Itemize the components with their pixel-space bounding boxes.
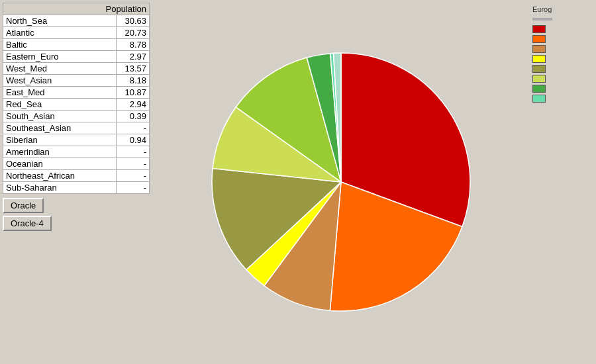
legend-panel: Eurog [530,0,596,364]
legend-color-box [532,45,546,53]
table-cell-label: Atlantic [3,27,117,39]
legend-color-box [532,75,546,83]
table-cell-label: Siberian [3,134,117,146]
legend-title: Eurog [532,5,593,13]
table-cell-value: 8.18 [117,75,150,87]
legend-item [532,75,593,83]
table-cell-label: West_Asian [3,75,117,87]
table-cell-label: Amerindian [3,146,117,158]
pie-chart [202,43,480,321]
legend-item [532,95,593,103]
table-cell-value: 8.78 [117,39,150,51]
table-cell-label: Sub-Saharan [3,182,117,194]
table-cell-value: 2.94 [117,99,150,111]
table-cell-value: - [117,182,150,194]
table-cell-label: Southeast_Asian [3,122,117,134]
table-cell-value: - [117,158,150,170]
center-panel [152,0,530,364]
legend-color-box [532,25,546,33]
table-cell-label: East_Med [3,87,117,99]
oracle-button[interactable]: Oracle [3,198,44,213]
table-cell-value: 0.94 [117,134,150,146]
legend-item [532,55,593,63]
legend-color-box [532,85,546,93]
legend-color-box [532,55,546,63]
table-cell-label: Red_Sea [3,99,117,111]
legend-item [532,45,593,53]
table-header: Population [3,3,150,15]
left-panel: Population North_Sea30.63Atlantic20.73Ba… [0,0,152,364]
table-cell-label: West_Med [3,63,117,75]
table-cell-value: 2.97 [117,51,150,63]
table-cell-value: - [117,146,150,158]
table-cell-label: Baltic [3,39,117,51]
legend-color-box [532,65,546,73]
oracle4-button[interactable]: Oracle-4 [3,216,52,231]
legend-item [532,25,593,33]
table-cell-value: 20.73 [117,27,150,39]
legend-divider [532,18,552,21]
table-cell-label: North_Sea [3,15,117,27]
table-cell-value: 30.63 [117,15,150,27]
table-cell-label: Northeast_African [3,170,117,182]
table-cell-value: 0.39 [117,111,150,122]
table-cell-value: 13.57 [117,63,150,75]
legend-item [532,85,593,93]
table-cell-value: - [117,122,150,134]
table-cell-label: South_Asian [3,111,117,122]
data-table: Population North_Sea30.63Atlantic20.73Ba… [3,3,150,194]
table-cell-label: Eastern_Euro [3,51,117,63]
legend-color-box [532,95,546,103]
legend-item [532,35,593,43]
table-cell-label: Oceanian [3,158,117,170]
table-cell-value: - [117,170,150,182]
button-row: Oracle Oracle-4 [3,198,150,231]
legend-color-box [532,35,546,43]
table-cell-value: 10.87 [117,87,150,99]
legend-item [532,65,593,73]
